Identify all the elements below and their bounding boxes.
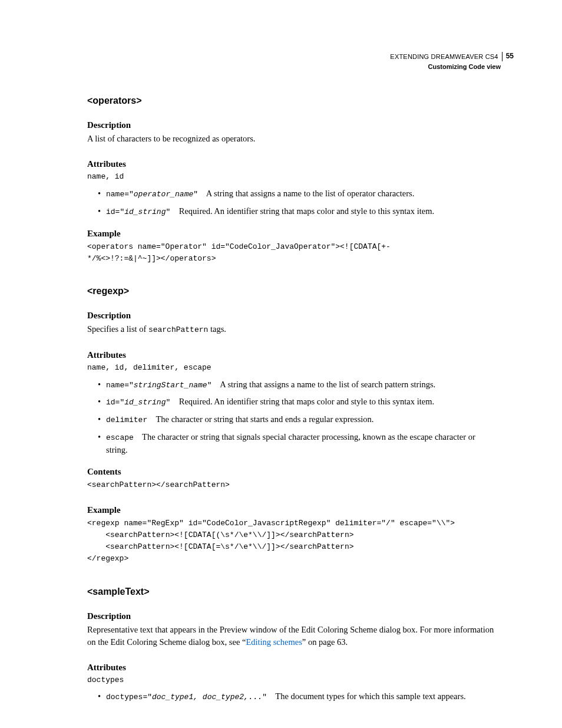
subheading-description: Description bbox=[87, 311, 497, 321]
list-item: name="operator_name" A string that assig… bbox=[98, 187, 497, 200]
subheading-description: Description bbox=[87, 611, 497, 621]
attr-code: id="id_string" bbox=[106, 207, 170, 216]
list-item: delimiter The character or string that s… bbox=[98, 413, 497, 426]
subheading-example: Example bbox=[87, 229, 497, 239]
page-header: EXTENDING DREAMWEAVER CS4 55 Customizing… bbox=[390, 52, 514, 71]
example-code: <operators name="Operator" id="CodeColor… bbox=[87, 241, 497, 265]
subheading-example: Example bbox=[87, 505, 497, 515]
list-item: escape The character or string that sign… bbox=[98, 431, 497, 456]
subheading-attributes: Attributes bbox=[87, 663, 497, 673]
attribute-bullets: name="operator_name" A string that assig… bbox=[87, 187, 497, 218]
section-heading-operators: <operators> bbox=[87, 95, 497, 106]
attr-desc: A string that assigns a name to the list… bbox=[206, 189, 415, 198]
attributes-list: doctypes bbox=[87, 675, 497, 686]
attr-code: delimiter bbox=[106, 416, 147, 424]
attr-desc: The character or string that starts and … bbox=[156, 414, 373, 424]
attr-desc: Required. An identifier string that maps… bbox=[179, 397, 434, 406]
attribute-bullets: name="stringStart_name" A string that as… bbox=[87, 378, 497, 456]
section-heading-sampletext: <sampleText> bbox=[87, 587, 497, 597]
attributes-list: name, id, delimiter, escape bbox=[87, 363, 497, 374]
header-subtitle: Customizing Code view bbox=[390, 62, 501, 71]
attr-desc: A string that assigns a name to the list… bbox=[220, 380, 435, 389]
subheading-description: Description bbox=[87, 120, 497, 130]
header-title: EXTENDING DREAMWEAVER CS4 bbox=[390, 52, 498, 61]
subheading-contents: Contents bbox=[87, 467, 497, 477]
header-separator bbox=[502, 52, 503, 61]
page: EXTENDING DREAMWEAVER CS4 55 Customizing… bbox=[0, 0, 562, 728]
list-item: id="id_string" Required. An identifier s… bbox=[98, 205, 497, 218]
list-item: id="id_string" Required. An identifier s… bbox=[98, 396, 497, 409]
description-text: Representative text that appears in the … bbox=[87, 624, 497, 648]
attr-desc: Required. An identifier string that maps… bbox=[179, 206, 434, 216]
link-editing-schemes[interactable]: Editing schemes bbox=[246, 637, 302, 647]
list-item: doctypes="doc_type1, doc_type2,..." The … bbox=[98, 690, 497, 703]
example-code: <regexp name="RegExp" id="CodeColor_Java… bbox=[87, 518, 497, 565]
subheading-attributes: Attributes bbox=[87, 159, 497, 169]
attr-code: id="id_string" bbox=[106, 398, 170, 407]
contents-code: <searchPattern></searchPattern> bbox=[87, 479, 497, 491]
description-text: Specifies a list of searchPattern tags. bbox=[87, 323, 497, 336]
attr-code: name="operator_name" bbox=[106, 190, 198, 199]
attr-code: doctypes="doc_type1, doc_type2,..." bbox=[106, 693, 267, 701]
attributes-list: name, id bbox=[87, 172, 497, 183]
attr-code: name="stringStart_name" bbox=[106, 381, 211, 390]
subheading-attributes: Attributes bbox=[87, 350, 497, 360]
attr-desc: The character or string that signals spe… bbox=[106, 432, 475, 454]
content: <operators> Description A list of charac… bbox=[87, 52, 497, 703]
header-page-number: 55 bbox=[506, 52, 514, 61]
list-item: name="stringStart_name" A string that as… bbox=[98, 378, 497, 391]
attr-code: escape bbox=[106, 433, 134, 442]
description-text: A list of characters to be recognized as… bbox=[87, 133, 497, 145]
section-heading-regexp: <regexp> bbox=[87, 286, 497, 297]
attribute-bullets: doctypes="doc_type1, doc_type2,..." The … bbox=[87, 690, 497, 703]
attr-desc: The document types for which this sample… bbox=[275, 691, 465, 701]
